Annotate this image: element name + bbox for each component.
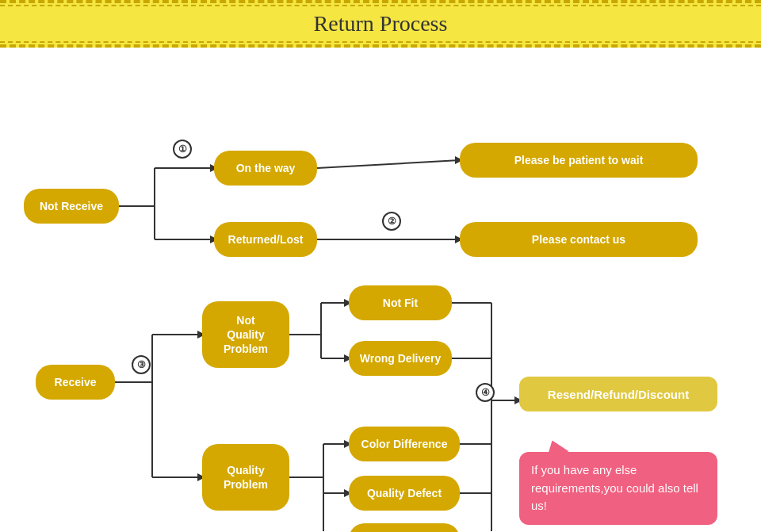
svg-line-6 bbox=[317, 160, 460, 168]
content-area: Not Receive On the way Returned/Lost Ple… bbox=[0, 48, 761, 531]
please-contact-node: Please contact us bbox=[460, 222, 698, 257]
badge-2: ② bbox=[382, 212, 401, 231]
page-title: Return Process bbox=[0, 11, 761, 36]
badge-1: ① bbox=[173, 140, 192, 159]
resend-bubble: Resend/Refund/Discount bbox=[519, 377, 717, 411]
not-fit-node: Not Fit bbox=[349, 285, 452, 320]
quality-problem-node: Quality Problem bbox=[202, 444, 289, 511]
speech-bubble: If you have any else requirements,you co… bbox=[519, 452, 717, 525]
badge-4: ④ bbox=[476, 383, 495, 402]
returned-lost-node: Returned/Lost bbox=[214, 222, 317, 257]
page-header: Return Process bbox=[0, 0, 761, 48]
please-wait-node: Please be patient to wait bbox=[460, 143, 698, 178]
color-difference-node: Color Difference bbox=[349, 427, 460, 461]
not-receive-node: Not Receive bbox=[24, 189, 119, 224]
receive-node: Receive bbox=[36, 365, 115, 400]
on-the-way-node: On the way bbox=[214, 151, 317, 186]
badge-3: ③ bbox=[132, 355, 151, 374]
not-quality-node: Not Quality Problem bbox=[202, 301, 289, 368]
damage-node: Damage bbox=[349, 523, 460, 532]
wrong-delivery-node: Wrong Delivery bbox=[349, 341, 452, 376]
quality-defect-node: Quality Defect bbox=[349, 476, 460, 511]
